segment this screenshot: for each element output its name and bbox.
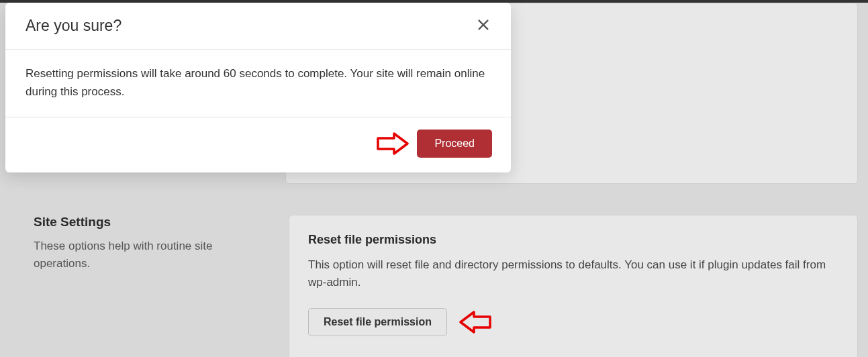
reset-file-permission-button[interactable]: Reset file permission — [308, 308, 447, 336]
settings-description: These options help with routine site ope… — [34, 238, 255, 273]
settings-info: Site Settings These options help with ro… — [34, 215, 255, 357]
modal-header: Are you sure? — [5, 3, 511, 50]
proceed-button[interactable]: Proceed — [417, 130, 492, 158]
card-title: Reset file permissions — [308, 233, 838, 247]
settings-section: Site Settings These options help with ro… — [34, 215, 858, 357]
modal-body: Resetting permissions will take around 6… — [5, 50, 511, 117]
confirmation-modal: Are you sure? Resetting permissions will… — [5, 3, 511, 172]
modal-title: Are you sure? — [26, 17, 122, 35]
arrow-left-annotation-icon — [459, 310, 491, 334]
card-description: This option will reset file and director… — [308, 256, 838, 292]
settings-title: Site Settings — [34, 215, 255, 230]
arrow-right-annotation-icon — [377, 132, 409, 156]
modal-footer: Proceed — [5, 117, 511, 172]
card-actions: Reset file permission — [308, 308, 838, 336]
reset-permissions-card: Reset file permissions This option will … — [289, 215, 858, 357]
close-button[interactable] — [473, 15, 493, 37]
modal-body-text: Resetting permissions will take around 6… — [26, 64, 491, 101]
close-icon — [476, 17, 491, 34]
